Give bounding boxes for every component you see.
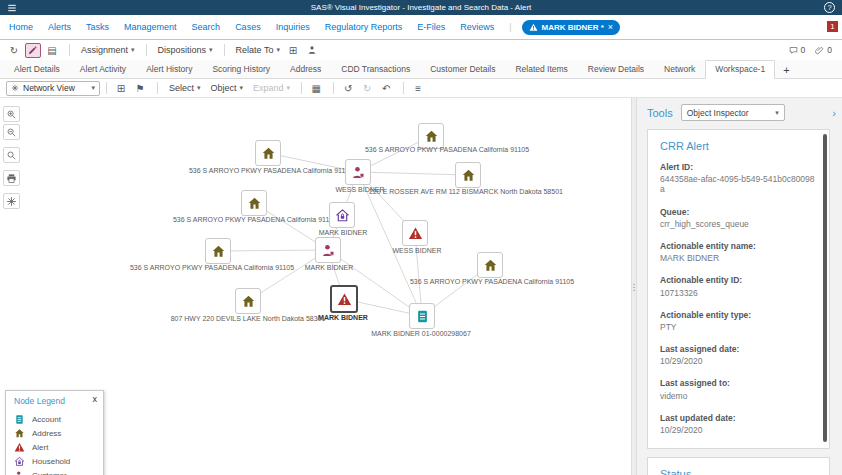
tab-workspace-1[interactable]: Workspace-1 bbox=[705, 60, 775, 79]
notification-badge[interactable]: 1 bbox=[827, 21, 838, 32]
nav-item-tasks[interactable]: Tasks bbox=[86, 22, 109, 32]
open-alert-pill[interactable]: MARK BIDNER * × bbox=[522, 20, 621, 35]
edit-icon[interactable] bbox=[25, 43, 41, 58]
expand-dropdown[interactable]: Expand ▾ bbox=[253, 83, 290, 93]
network-canvas[interactable]: Node Legend x AccountAddressAlertHouseho… bbox=[0, 98, 631, 475]
node-alert[interactable] bbox=[402, 220, 428, 246]
view-selector-value: Network View bbox=[23, 83, 87, 93]
node-address[interactable] bbox=[205, 238, 231, 264]
assignment-dropdown[interactable]: Assignment ▾ bbox=[81, 45, 135, 55]
field-label: Actionable entity name: bbox=[660, 241, 817, 251]
field-value: PTY bbox=[660, 322, 817, 332]
redo-icon[interactable]: ↻ bbox=[359, 81, 375, 96]
add-tab-button[interactable]: + bbox=[775, 64, 797, 78]
tools-panel-header: Tools Object Inspector ▾ › bbox=[637, 104, 842, 121]
node-legend-title: Node Legend bbox=[14, 396, 95, 406]
collapse-panel-icon[interactable]: › bbox=[832, 107, 836, 119]
nav-item-alerts[interactable]: Alerts bbox=[48, 22, 71, 32]
attachment-count: 0 bbox=[827, 45, 832, 55]
node-address[interactable] bbox=[235, 288, 261, 314]
card-title: CRR Alert bbox=[660, 140, 817, 152]
reset-layout-icon[interactable]: ↶ bbox=[378, 81, 394, 96]
node-household[interactable] bbox=[329, 202, 355, 228]
tab-alert-activity[interactable]: Alert Activity bbox=[70, 60, 136, 79]
node-address[interactable] bbox=[255, 140, 281, 166]
flag-icon[interactable]: ⚑ bbox=[132, 81, 148, 96]
close-icon[interactable]: × bbox=[608, 22, 613, 32]
app-menu-icon[interactable] bbox=[7, 3, 17, 13]
dispositions-dropdown[interactable]: Dispositions ▾ bbox=[158, 45, 213, 55]
tab-network[interactable]: Network bbox=[654, 60, 705, 79]
undo-icon[interactable]: ↺ bbox=[340, 81, 356, 96]
chevron-down-icon: ▾ bbox=[131, 46, 135, 54]
add-to-workspace-icon[interactable]: ⊞ bbox=[285, 43, 301, 58]
nav-item-regulatory-reports[interactable]: Regulatory Reports bbox=[325, 22, 403, 32]
tab-address[interactable]: Address bbox=[280, 60, 331, 79]
tab-customer-details[interactable]: Customer Details bbox=[420, 60, 505, 79]
tab-cdd-transactions[interactable]: CDD Transactions bbox=[331, 60, 420, 79]
tab-alert-history[interactable]: Alert History bbox=[136, 60, 202, 79]
field-label: Last updated by: bbox=[660, 447, 817, 449]
field-actionable-entity-id-: Actionable entity ID:10713326 bbox=[660, 275, 817, 297]
layout-icon[interactable] bbox=[3, 193, 20, 209]
chevron-down-icon: ▾ bbox=[287, 84, 291, 92]
nav-item-inquiries[interactable]: Inquiries bbox=[276, 22, 310, 32]
legend-item-household: Household bbox=[14, 454, 95, 468]
close-icon[interactable]: x bbox=[93, 394, 98, 404]
node-customer[interactable] bbox=[315, 237, 341, 263]
nav-item-management[interactable]: Management bbox=[124, 22, 177, 32]
network-toolbar: Network View ▾ ⊞ ⚑ Select ▾ Object ▾ Exp… bbox=[0, 79, 842, 98]
account-icon bbox=[14, 414, 25, 425]
refresh-icon[interactable]: ↻ bbox=[6, 43, 22, 58]
select-dropdown[interactable]: Select ▾ bbox=[169, 83, 201, 93]
nav-item-reviews[interactable]: Reviews bbox=[460, 22, 494, 32]
node-address[interactable] bbox=[241, 190, 267, 216]
scrollbar-thumb[interactable] bbox=[823, 134, 827, 442]
chevron-down-icon: ▾ bbox=[775, 109, 779, 117]
card-title: Status bbox=[660, 468, 817, 475]
overview-list-icon[interactable]: ≡ bbox=[410, 81, 426, 96]
add-window-icon[interactable]: ⊞ bbox=[113, 81, 129, 96]
divider bbox=[69, 44, 70, 56]
view-selector[interactable]: Network View ▾ bbox=[6, 81, 100, 96]
workspace-tabs: Alert DetailsAlert ActivityAlert History… bbox=[0, 60, 842, 79]
paperclip-icon bbox=[815, 46, 824, 55]
node-account[interactable] bbox=[409, 303, 435, 329]
tab-alert-details[interactable]: Alert Details bbox=[4, 60, 70, 79]
relate-to-dropdown[interactable]: Relate To ▾ bbox=[236, 45, 280, 55]
zoom-in-icon[interactable] bbox=[3, 106, 20, 122]
field-queue-: Queue:crr_high_scores_queue bbox=[660, 207, 817, 229]
node-label: MARK BIDNER bbox=[319, 229, 368, 236]
nav-item-home[interactable]: Home bbox=[9, 22, 33, 32]
person-icon[interactable] bbox=[304, 43, 320, 58]
assignment-label: Assignment bbox=[81, 45, 128, 55]
nav-item-e-files[interactable]: E-Files bbox=[417, 22, 445, 32]
household-icon bbox=[14, 456, 25, 467]
comments-button[interactable]: 0 bbox=[789, 45, 806, 55]
attachments-button[interactable]: 0 bbox=[815, 45, 832, 55]
node-address[interactable] bbox=[477, 252, 503, 278]
node-address[interactable] bbox=[455, 162, 481, 188]
help-icon[interactable]: ? bbox=[824, 2, 835, 13]
card-crr-alert: CRR AlertAlert ID:644358ae-afac-4095-b54… bbox=[647, 129, 830, 449]
tool-selector[interactable]: Object Inspector ▾ bbox=[681, 104, 785, 121]
node-customer[interactable] bbox=[345, 159, 371, 185]
note-icon[interactable]: ▤ bbox=[44, 43, 60, 58]
nav-item-search[interactable]: Search bbox=[192, 22, 221, 32]
edge-n9-n8 bbox=[218, 250, 328, 251]
field-last-assigned-to-: Last assigned to:videmo bbox=[660, 378, 817, 400]
nav-item-cases[interactable]: Cases bbox=[235, 22, 261, 32]
tab-related-items[interactable]: Related Items bbox=[505, 60, 577, 79]
tab-scoring-history[interactable]: Scoring History bbox=[202, 60, 280, 79]
legend-label: Account bbox=[32, 415, 61, 424]
node-alert-selected[interactable] bbox=[330, 285, 358, 313]
customer-icon bbox=[14, 470, 25, 475]
zoom-out-icon[interactable] bbox=[3, 124, 20, 140]
print-icon[interactable] bbox=[3, 170, 20, 186]
layout-grid-icon[interactable]: ▦ bbox=[308, 81, 324, 96]
zoom-fit-icon[interactable] bbox=[3, 147, 20, 163]
object-dropdown[interactable]: Object ▾ bbox=[211, 83, 244, 93]
node-label: 536 S ARROYO PKWY PASADENA California 91… bbox=[173, 216, 337, 223]
tab-review-details[interactable]: Review Details bbox=[578, 60, 654, 79]
tool-selector-value: Object Inspector bbox=[687, 108, 749, 118]
